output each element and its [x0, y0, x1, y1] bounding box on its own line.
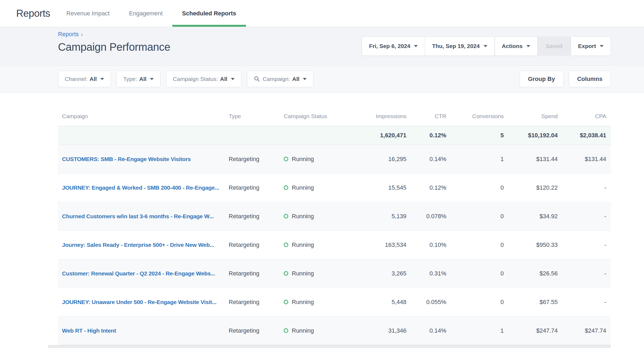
- campaign-status-cell: Running: [284, 184, 351, 191]
- cpa-value: -: [558, 184, 606, 191]
- conversions-value: 1: [446, 327, 504, 334]
- tab-revenue-impact[interactable]: Revenue Impact: [57, 0, 119, 27]
- campaign-status-filter[interactable]: Campaign Status: All: [166, 71, 241, 87]
- cpa-value: -: [558, 270, 606, 277]
- ctr-value: 0.10%: [406, 241, 446, 248]
- status-label: Running: [292, 270, 314, 277]
- campaign-status-filter-label: Campaign Status:: [173, 76, 218, 82]
- date-range-picker: Fri, Sep 6, 2024 Thu, Sep 19, 2024: [362, 36, 494, 56]
- status-label: Running: [292, 156, 314, 163]
- impressions-value: 15,545: [351, 184, 406, 191]
- column-header-campaign-status[interactable]: Campaign Status: [284, 113, 351, 120]
- column-header-ctr[interactable]: CTR: [406, 113, 446, 120]
- cpa-value: -: [558, 241, 606, 248]
- saved-button[interactable]: Saved: [537, 36, 571, 56]
- status-label: Running: [292, 184, 314, 191]
- impressions-value: 3,265: [351, 270, 406, 277]
- spend-value: $131.44: [504, 156, 558, 163]
- column-header-type[interactable]: Type: [229, 113, 284, 120]
- column-header-cpa[interactable]: CPA: [558, 113, 606, 120]
- campaign-filter-label: Campaign:: [263, 76, 290, 82]
- tab-engagement[interactable]: Engagement: [119, 0, 172, 27]
- spend-value: $26.56: [504, 270, 558, 277]
- campaign-type-cell: Retargeting: [229, 299, 284, 306]
- spend-value: $950.33: [504, 241, 558, 248]
- campaign-link[interactable]: JOURNEY: Engaged & Worked - SMB 200-400 …: [62, 185, 229, 191]
- campaign-cell: Customer: Renewal Quarter - Q2 2024 - Re…: [58, 270, 229, 277]
- status-running-icon: [284, 157, 288, 161]
- impressions-value: 163,534: [351, 241, 406, 248]
- campaign-link[interactable]: JOURNEY: Unaware Under 500 - Re-Engage W…: [62, 299, 229, 305]
- campaign-link[interactable]: CUSTOMERS: SMB - Re-Engage Website Visit…: [62, 156, 229, 162]
- table-row: Churned Customers w/in last 3-6 months -…: [58, 202, 611, 231]
- conversions-value: 0: [446, 270, 504, 277]
- conversions-value: 0: [446, 241, 504, 248]
- table-row: JOURNEY: Unaware Under 500 - Re-Engage W…: [58, 288, 611, 316]
- status-running-icon: [284, 185, 288, 190]
- status-running-icon: [284, 243, 288, 247]
- campaign-status-cell: Running: [284, 213, 351, 220]
- campaign-link[interactable]: Churned Customers w/in last 3-6 months -…: [62, 213, 229, 220]
- campaign-link[interactable]: Journey: Sales Ready - Enterprise 500+ -…: [62, 242, 229, 248]
- columns-button[interactable]: Columns: [569, 71, 611, 87]
- tab-scheduled-reports[interactable]: Scheduled Reports: [172, 0, 246, 27]
- column-header-campaign[interactable]: Campaign: [58, 113, 229, 120]
- group-by-button[interactable]: Group By: [520, 71, 563, 87]
- ctr-value: 0.14%: [406, 156, 446, 163]
- campaign-type-cell: Retargeting: [229, 184, 284, 191]
- actions-button[interactable]: Actions: [495, 36, 537, 56]
- export-button[interactable]: Export: [571, 36, 611, 56]
- spend-value: $67.55: [504, 299, 558, 306]
- table-row: CUSTOMERS: SMB - Re-Engage Website Visit…: [58, 145, 611, 173]
- column-header-conversions[interactable]: Conversions: [446, 113, 504, 120]
- type-filter[interactable]: Type: All: [117, 71, 160, 87]
- actions-label: Actions: [502, 43, 523, 49]
- summary-totals-row: 1,620,471 0.12% 5 $10,192.04 $2,038.41: [58, 126, 611, 145]
- campaign-type-cell: Retargeting: [229, 156, 284, 163]
- chevron-down-icon: [600, 45, 604, 47]
- table-header-row: Campaign Type Campaign Status Impression…: [58, 93, 611, 126]
- campaign-link[interactable]: Web RT - High Intent: [62, 327, 229, 334]
- header-toolbar: Fri, Sep 6, 2024 Thu, Sep 19, 2024 Actio…: [362, 36, 611, 56]
- campaign-filter[interactable]: Campaign: All: [247, 71, 313, 87]
- campaign-link[interactable]: Customer: Renewal Quarter - Q2 2024 - Re…: [62, 270, 229, 277]
- impressions-value: 16,295: [351, 156, 406, 163]
- campaign-status-cell: Running: [284, 327, 351, 334]
- filter-group: Channel: All Type: All Campaign Status: …: [58, 71, 313, 87]
- ctr-value: 0.14%: [406, 327, 446, 334]
- ctr-value: 0.12%: [406, 184, 446, 191]
- column-header-spend[interactable]: Spend: [504, 113, 558, 120]
- campaign-status-cell: Running: [284, 270, 351, 277]
- chevron-down-icon: [526, 45, 530, 47]
- table-tools-group: Group By Columns: [520, 71, 611, 87]
- table-row: Customer: Renewal Quarter - Q2 2024 - Re…: [58, 259, 611, 288]
- campaign-status-cell: Running: [284, 156, 351, 163]
- date-start-button[interactable]: Fri, Sep 6, 2024: [362, 36, 425, 56]
- breadcrumb-reports-link[interactable]: Reports: [58, 31, 79, 37]
- channel-filter[interactable]: Channel: All: [58, 71, 111, 87]
- top-navigation-bar: Reports Revenue Impact Engagement Schedu…: [0, 0, 644, 27]
- summary-cpa: $2,038.41: [558, 132, 606, 139]
- table-body: CUSTOMERS: SMB - Re-Engage Website Visit…: [58, 145, 611, 345]
- app-brand-title: Reports: [16, 8, 50, 19]
- chevron-down-icon: [150, 78, 154, 80]
- column-header-impressions[interactable]: Impressions: [351, 113, 406, 120]
- status-label: Running: [292, 327, 314, 334]
- summary-conversions: 5: [446, 132, 504, 139]
- export-label: Export: [578, 43, 596, 49]
- spend-value: $247.74: [504, 327, 558, 334]
- saved-label: Saved: [546, 43, 563, 49]
- status-label: Running: [292, 241, 314, 248]
- campaign-status-filter-value: All: [220, 76, 227, 82]
- horizontal-scrollbar[interactable]: [48, 345, 611, 348]
- cpa-value: $247.74: [558, 327, 606, 334]
- chevron-down-icon: [231, 78, 235, 80]
- table-row: Web RT - High Intent Retargeting Running…: [58, 316, 611, 345]
- cpa-value: -: [558, 213, 606, 220]
- impressions-value: 5,448: [351, 299, 406, 306]
- campaign-status-cell: Running: [284, 299, 351, 306]
- summary-impressions: 1,620,471: [351, 132, 406, 139]
- filter-bar: Channel: All Type: All Campaign Status: …: [0, 66, 644, 93]
- date-end-button[interactable]: Thu, Sep 19, 2024: [425, 36, 494, 56]
- date-start-label: Fri, Sep 6, 2024: [369, 43, 410, 49]
